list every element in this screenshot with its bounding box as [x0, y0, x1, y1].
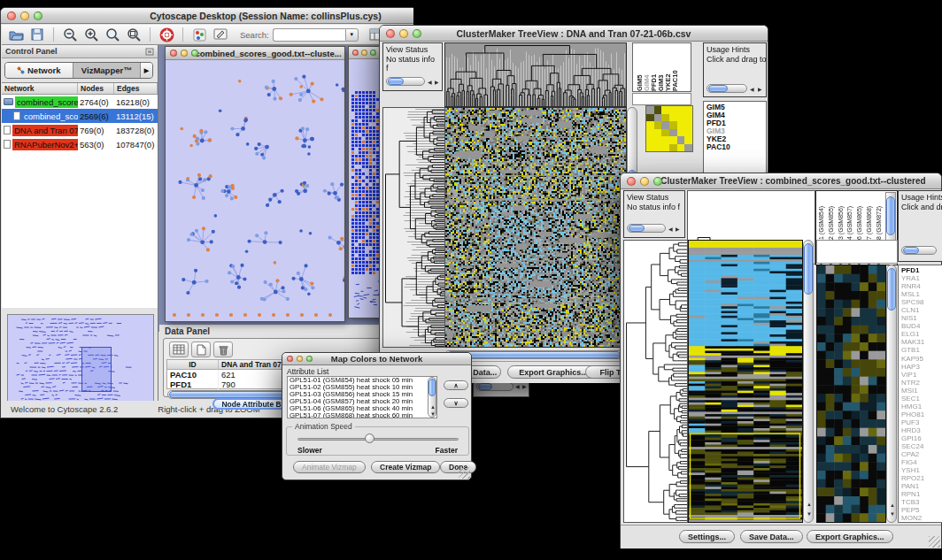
matrix-cell[interactable] — [669, 136, 677, 144]
matrix-cell[interactable] — [661, 121, 669, 129]
row-label[interactable]: PEP5 — [901, 506, 942, 514]
matrix-cell[interactable] — [669, 106, 677, 114]
speed-slider-thumb[interactable] — [365, 433, 374, 443]
row-label[interactable]: VIP1 — [901, 371, 942, 379]
matrix-cell[interactable] — [684, 121, 692, 129]
matrix-cell[interactable] — [646, 121, 654, 129]
row-label[interactable]: PHO81 — [901, 410, 942, 418]
matrix-cell[interactable] — [646, 144, 654, 152]
scroll-up-icon[interactable]: ▲ — [430, 404, 436, 410]
row-label[interactable]: SEC1 — [901, 395, 942, 403]
close-icon[interactable] — [352, 50, 359, 56]
row-label[interactable]: RPN1 — [901, 490, 942, 498]
row-label[interactable]: FIG4 — [901, 458, 942, 466]
help-lifering-icon[interactable] — [156, 27, 177, 43]
usage-hints-scrollbar[interactable] — [901, 246, 937, 255]
row-label[interactable]: TCB3 — [901, 498, 942, 506]
attribute-list-item[interactable]: GPL51-07 (GSM868) heat shock 60 min — [288, 412, 436, 418]
matrix-cell[interactable] — [684, 144, 692, 152]
matrix-cell[interactable] — [654, 144, 662, 152]
resize-grip[interactable] — [459, 467, 470, 479]
minimize-icon[interactable] — [399, 29, 408, 38]
matrix-cell[interactable] — [661, 106, 669, 114]
row-label[interactable]: ELG1 — [901, 330, 942, 338]
column-label[interactable]: GIM3 — [657, 43, 664, 91]
scroll-down-icon[interactable]: ▼ — [807, 511, 812, 517]
row-label[interactable]: MON2 — [901, 514, 942, 522]
heatmap-vscrollbar[interactable]: ▲ ▼ — [803, 240, 814, 523]
main-heatmap[interactable] — [688, 240, 803, 523]
view-status-scrollbar[interactable] — [386, 77, 425, 86]
matrix-cell[interactable] — [669, 129, 677, 137]
column-label[interactable]: PFD1 — [650, 43, 657, 91]
matrix-cell[interactable] — [684, 129, 692, 137]
zoom-in-icon[interactable] — [81, 27, 102, 43]
row-label[interactable]: SEC24 — [901, 442, 942, 450]
row-label[interactable]: HMG1 — [901, 403, 942, 410]
matrix-cell[interactable] — [654, 121, 662, 129]
row-label[interactable]: HRD3 — [901, 426, 942, 434]
zoom-window-icon[interactable] — [191, 50, 198, 57]
zoom-matrix[interactable] — [645, 105, 693, 152]
treeview2-titlebar[interactable]: ClusterMaker TreeView : combined_scores_… — [621, 173, 941, 189]
scroll-down-icon[interactable]: ▼ — [430, 411, 436, 417]
row-label[interactable]: YRA1 — [901, 274, 942, 282]
float-panel-icon[interactable] — [145, 48, 154, 56]
matrix-cell[interactable] — [669, 114, 677, 122]
scroll-left-icon[interactable]: ◀ — [750, 87, 754, 92]
close-icon[interactable] — [627, 177, 636, 186]
settings-button[interactable]: Settings... — [679, 530, 735, 543]
animate-vizmap-button[interactable]: Animate Vizmap — [293, 461, 366, 473]
column-label[interactable]: GIM4 — [643, 43, 650, 91]
dialog-titlebar[interactable]: Map Colors to Network — [282, 353, 471, 365]
attribute-list[interactable]: GPL51-01 (GSM854) heat shock 05 minGPL51… — [287, 376, 437, 418]
zoom-heatmap-vscrollbar[interactable]: ▲ ▼ — [886, 265, 897, 523]
scroll-up-icon[interactable]: ▲ — [807, 502, 812, 507]
row-label[interactable]: RNR4 — [901, 282, 942, 290]
row-label[interactable]: MSL1 — [901, 290, 942, 298]
matrix-cell[interactable] — [684, 106, 692, 114]
new-attribute-icon[interactable] — [191, 341, 211, 357]
network-list-row[interactable]: DNA and Tran 07769(0)183728(0) — [2, 123, 158, 137]
zoom-heatmap[interactable] — [816, 265, 886, 523]
minimize-icon[interactable] — [640, 177, 649, 186]
export-graphics-button[interactable]: Export Graphics... — [807, 530, 893, 543]
birdseye-view[interactable] — [7, 314, 154, 408]
scroll-right-icon[interactable]: ▶ — [758, 87, 762, 92]
matrix-cell[interactable] — [677, 144, 685, 152]
zoom-fit-icon[interactable] — [102, 27, 123, 43]
tab-vizmapper[interactable]: VizMapper™ — [73, 63, 141, 78]
column-dendrogram[interactable] — [444, 42, 627, 107]
matrix-cell[interactable] — [661, 136, 669, 144]
network-list-row[interactable]: combined_sco2569(6)13112(15) — [2, 109, 158, 123]
row-label[interactable]: BUD4 — [901, 322, 942, 330]
row-label[interactable]: NTR2 — [901, 379, 942, 387]
matrix-cell[interactable] — [684, 136, 692, 144]
scroll-left-icon[interactable]: ◀ — [515, 384, 520, 389]
row-dendrogram[interactable] — [623, 240, 688, 523]
close-icon[interactable] — [7, 12, 16, 20]
search-dropdown-icon[interactable]: ▼ — [345, 28, 359, 42]
minimize-icon[interactable] — [181, 50, 188, 57]
main-heatmap[interactable] — [444, 107, 627, 348]
row-label[interactable]: PFD1 — [901, 266, 942, 274]
scroll-up-icon[interactable]: ▲ — [890, 502, 895, 508]
matrix-cell[interactable] — [677, 114, 685, 122]
matrix-cell[interactable] — [684, 114, 692, 122]
matrix-cell[interactable] — [654, 129, 662, 137]
row-label[interactable]: RPO21 — [901, 474, 942, 482]
heatmap-hscrollbar[interactable] — [444, 350, 637, 359]
row-label[interactable]: PAN1 — [901, 482, 942, 490]
network-graph-canvas[interactable] — [166, 60, 344, 321]
close-icon[interactable] — [287, 356, 293, 362]
zoom-window-icon[interactable] — [306, 356, 313, 362]
close-icon[interactable] — [170, 50, 177, 57]
matrix-cell[interactable] — [677, 129, 685, 137]
network-list-row[interactable]: RNAPuberNov2+563(0)107847(0) — [2, 137, 158, 151]
column-label[interactable]: YKE2 — [664, 43, 671, 91]
row-label[interactable]: CLN1 — [901, 306, 942, 314]
column-label[interactable]: GIM5 — [636, 43, 643, 91]
treeview1-titlebar[interactable]: ClusterMaker TreeView : DNA and Tran 07-… — [380, 26, 768, 42]
move-down-button[interactable]: ∨ — [444, 398, 468, 408]
zoom-window-icon[interactable] — [653, 177, 662, 186]
